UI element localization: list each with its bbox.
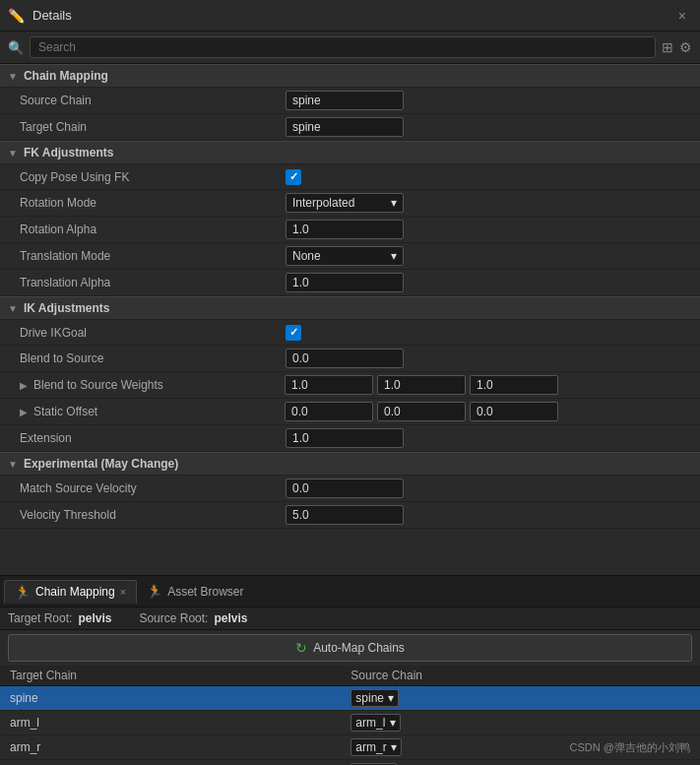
source-chain-dropdown[interactable]: arm_l▾ [350, 714, 401, 732]
ik-section-title: IK Adjustments [24, 301, 110, 315]
copy-pose-checkbox[interactable] [286, 169, 301, 185]
asset-browser-tab-icon: 🏃 [147, 584, 162, 599]
source-chain-select[interactable]: arm_r [355, 740, 387, 754]
extension-row: Extension [0, 425, 700, 452]
translation-mode-select[interactable]: None Absolute Relative [292, 249, 391, 263]
velocity-threshold-input[interactable] [286, 505, 404, 525]
bottom-tabs: 🏃 Chain Mapping × 🏃 Asset Browser [0, 575, 700, 606]
search-bar: 🔍 ⊞ ⚙ [0, 32, 700, 64]
blend-weight-z[interactable] [470, 375, 558, 395]
target-chain-cell: head [0, 760, 341, 766]
target-root-label: Target Root: [8, 611, 72, 625]
blend-to-source-label: Blend to Source [20, 351, 286, 365]
static-offset-x[interactable] [285, 402, 373, 421]
source-root-label: Source Root: [139, 611, 208, 625]
match-source-velocity-label: Match Source Velocity [20, 481, 286, 495]
rotation-mode-dropdown[interactable]: Interpolated Local World ▾ [286, 193, 404, 213]
static-offset-arrow[interactable]: ▶ [20, 407, 28, 417]
static-offset-z[interactable] [470, 402, 558, 421]
drive-ikgoal-row: Drive IKGoal [0, 320, 700, 346]
source-chain-cell[interactable]: head▾ [341, 760, 700, 766]
col-source-header: Source Chain [341, 666, 700, 686]
search-input[interactable] [30, 36, 656, 58]
static-offset-row: ▶ Static Offset [0, 399, 700, 425]
blend-weight-x[interactable] [285, 375, 373, 395]
drive-ikgoal-label: Drive IKGoal [20, 326, 286, 340]
blend-to-source-row: Blend to Source [0, 346, 700, 372]
source-chain-row: Source Chain [0, 88, 700, 114]
velocity-threshold-label: Velocity Threshold [20, 508, 286, 522]
target-chain-row: Target Chain [0, 114, 700, 141]
col-target-header: Target Chain [0, 666, 341, 686]
source-chain-select[interactable]: arm_l [355, 716, 386, 730]
translation-alpha-label: Translation Alpha [20, 276, 286, 289]
refresh-icon: ↻ [295, 640, 307, 656]
drive-ikgoal-checkbox[interactable] [286, 325, 301, 341]
ik-adjustments-section-header[interactable]: ▼ IK Adjustments [0, 296, 700, 320]
source-chain-select[interactable]: spine [355, 691, 384, 705]
blend-to-source-input[interactable] [286, 349, 404, 368]
blend-weights-arrow[interactable]: ▶ [20, 380, 28, 391]
grid-icon[interactable]: ⊞ [662, 39, 673, 55]
source-chain-label: Source Chain [20, 94, 286, 107]
blend-weight-y[interactable] [377, 375, 466, 395]
experimental-section-title: Experimental (May Change) [24, 457, 178, 471]
experimental-section-header[interactable]: ▼ Experimental (May Change) [0, 452, 700, 476]
auto-map-button[interactable]: ↻ Auto-Map Chains [8, 634, 692, 662]
table-row[interactable]: spinespine▾ [0, 686, 700, 711]
fk-adjustments-section-header[interactable]: ▼ FK Adjustments [0, 141, 700, 164]
panel-title: Details [32, 8, 665, 23]
source-chain-cell[interactable]: arm_l▾ [341, 711, 700, 735]
source-chain-cell[interactable]: spine▾ [341, 686, 700, 711]
static-offset-label: Static Offset [33, 405, 285, 418]
chain-mapping-section-title: Chain Mapping [24, 69, 108, 83]
match-source-velocity-input[interactable] [286, 478, 404, 498]
watermark: CSDN @弹吉他的小刘鸭 [570, 740, 690, 755]
rotation-mode-select[interactable]: Interpolated Local World [292, 196, 391, 210]
table-row[interactable]: arm_larm_l▾ [0, 711, 700, 735]
chain-mapping-tab[interactable]: 🏃 Chain Mapping × [4, 580, 137, 604]
target-chain-input[interactable] [286, 117, 404, 137]
translation-alpha-input[interactable] [286, 273, 404, 292]
rotation-alpha-input[interactable] [286, 220, 404, 239]
source-chain-input[interactable] [286, 91, 404, 110]
gear-icon[interactable]: ⚙ [679, 39, 692, 55]
chain-mapping-tab-icon: 🏃 [15, 585, 31, 600]
target-chain-label: Target Chain [20, 120, 286, 134]
cm-roots-row: Target Root: pelvis Source Root: pelvis [0, 607, 700, 630]
static-offset-y[interactable] [377, 402, 466, 421]
static-offset-inputs [285, 402, 558, 421]
rotation-mode-chevron: ▾ [391, 196, 397, 210]
asset-browser-tab[interactable]: 🏃 Asset Browser [137, 580, 253, 603]
translation-mode-label: Translation Mode [20, 249, 286, 263]
target-chain-cell: arm_l [0, 711, 341, 735]
rotation-mode-label: Rotation Mode [20, 196, 286, 210]
details-icon: ✏️ [8, 8, 25, 24]
rotation-alpha-label: Rotation Alpha [20, 223, 286, 236]
table-row[interactable]: headhead▾ [0, 760, 700, 766]
rotation-mode-row: Rotation Mode Interpolated Local World ▾ [0, 190, 700, 217]
chain-mapping-section-header[interactable]: ▼ Chain Mapping [0, 64, 700, 88]
source-chain-dropdown[interactable]: arm_r▾ [350, 738, 402, 756]
target-chain-cell: arm_r [0, 735, 341, 760]
ik-arrow: ▼ [8, 303, 18, 314]
experimental-arrow: ▼ [8, 459, 18, 470]
match-source-velocity-row: Match Source Velocity [0, 476, 700, 502]
fk-arrow: ▼ [8, 148, 18, 159]
close-panel-button[interactable]: × [672, 6, 692, 26]
top-bar: ✏️ Details × [0, 0, 700, 32]
rotation-alpha-row: Rotation Alpha [0, 217, 700, 243]
chain-mapping-arrow: ▼ [8, 71, 18, 82]
extension-input[interactable] [286, 428, 404, 448]
target-root-value: pelvis [78, 611, 111, 625]
auto-map-label: Auto-Map Chains [313, 641, 405, 655]
translation-alpha-row: Translation Alpha [0, 270, 700, 296]
dropdown-chevron: ▾ [390, 716, 396, 730]
chain-mapping-tab-close[interactable]: × [120, 586, 126, 598]
velocity-threshold-row: Velocity Threshold [0, 502, 700, 529]
fk-section-title: FK Adjustments [24, 146, 114, 159]
blend-weights-label: Blend to Source Weights [33, 378, 285, 392]
translation-mode-dropdown[interactable]: None Absolute Relative ▾ [286, 246, 404, 266]
source-chain-dropdown[interactable]: spine▾ [350, 689, 399, 707]
chain-table-header: Target Chain Source Chain [0, 666, 700, 686]
